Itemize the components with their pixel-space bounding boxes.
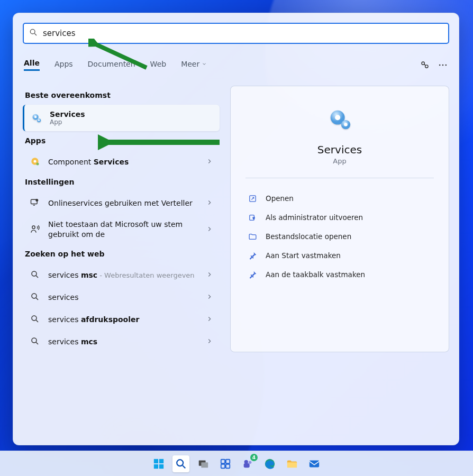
taskbar-search[interactable] [172,455,189,472]
result-web-afdrukspooler[interactable]: services afdrukspooler [23,308,220,330]
svg-rect-40 [201,462,208,468]
svg-line-18 [36,276,38,278]
action-open[interactable]: Openen [245,189,434,208]
svg-point-23 [32,338,37,343]
shield-admin-icon [248,213,257,222]
result-best-services[interactable]: Services App [23,105,220,131]
svg-rect-34 [159,459,163,463]
svg-rect-47 [244,463,250,468]
action-pin-taskbar[interactable]: Aan de taakbalk vastmaken [245,265,434,284]
tab-documents[interactable]: Documenten [88,60,135,70]
result-web-services[interactable]: services [23,286,220,308]
chevron-right-icon [206,225,213,233]
teams-badge: 4 [250,454,258,461]
folder-icon [248,232,257,241]
services-gear-icon [31,112,42,124]
svg-point-3 [425,65,428,67]
search-icon [29,291,41,303]
taskbar-explorer[interactable] [284,455,301,472]
taskbar-edge[interactable] [261,455,278,472]
svg-point-2 [422,62,424,65]
result-narrator-online[interactable]: Onlineservices gebruiken met Verteller [23,191,220,214]
action-location-label: Bestandslocatie openen [266,232,351,241]
detail-panel: Services App Openen Als administrator ui… [230,86,449,352]
svg-line-38 [183,465,185,468]
rewards-icon[interactable] [420,60,430,70]
taskbar-start[interactable] [150,455,167,472]
chevron-down-icon [202,61,207,67]
chevron-right-icon [206,315,213,323]
tab-more[interactable]: Meer [181,60,207,70]
svg-point-6 [445,64,447,66]
svg-rect-33 [154,459,158,463]
taskbar-taskview[interactable] [195,455,212,472]
detail-title: Services [245,143,434,156]
tab-all[interactable]: Alle [24,59,40,71]
search-input[interactable] [43,29,443,38]
search-icon [29,313,41,325]
svg-point-15 [35,199,38,202]
chevron-right-icon [206,199,213,206]
svg-line-24 [36,342,38,344]
taskbar-teams[interactable]: 4 [239,455,256,472]
tab-more-label: Meer [181,60,199,68]
section-settings: Instellingen [25,178,217,186]
svg-rect-35 [154,464,158,468]
svg-point-13 [37,163,39,166]
search-icon [29,269,41,280]
result-microsoft-voice[interactable]: Niet toestaan dat Microsoft uw stem gebr… [23,214,220,244]
svg-point-5 [442,64,444,66]
svg-rect-49 [287,462,297,468]
svg-line-22 [36,320,38,322]
svg-line-1 [34,33,37,35]
best-subtitle: App [50,118,213,126]
taskbar: 4 [0,451,473,476]
search-panel: Alle Apps Documenten Web Meer Beste over… [13,13,459,445]
svg-point-10 [38,120,40,121]
svg-point-4 [439,64,441,66]
pin-icon [248,270,257,279]
chevron-right-icon [206,271,213,278]
result-web-services-msc[interactable]: services msc - Webresultaten weergeven [23,263,220,286]
component-services-icon [29,155,41,167]
taskbar-mail[interactable] [306,455,323,472]
svg-line-20 [36,298,38,300]
results-column: Beste overeenkomst Services App Apps Com… [23,86,220,352]
pin-icon [248,251,257,260]
tab-apps[interactable]: Apps [54,60,73,70]
svg-point-8 [34,116,37,118]
monitor-badge-icon [29,197,41,208]
svg-rect-50 [310,460,319,467]
svg-rect-41 [221,459,225,463]
result-web-mcs[interactable]: services mcs [23,330,220,352]
services-gear-icon [328,107,352,132]
tab-web[interactable]: Web [150,60,167,70]
svg-rect-42 [226,459,230,463]
search-box[interactable] [23,23,449,44]
svg-rect-44 [226,464,230,468]
svg-point-0 [30,29,35,34]
person-voice-icon [29,223,41,235]
result-component-services[interactable]: Component Services [23,150,220,172]
chevron-right-icon [206,337,213,345]
svg-rect-43 [221,464,225,468]
more-options-icon[interactable] [438,60,448,70]
action-pin-start-label: Aan Start vastmaken [266,251,341,260]
svg-point-17 [32,271,37,276]
chevron-right-icon [206,293,213,300]
taskbar-widgets[interactable] [217,455,234,472]
chevron-right-icon [206,158,213,165]
action-pin-start[interactable]: Aan Start vastmaken [245,246,434,265]
action-run-admin[interactable]: Als administrator uitvoeren [245,208,434,227]
svg-rect-36 [159,464,163,468]
section-apps: Apps [25,136,217,145]
svg-point-21 [32,316,37,321]
action-pin-taskbar-label: Aan de taakbalk vastmaken [266,270,365,279]
open-icon [248,194,257,203]
svg-point-28 [344,123,348,126]
action-admin-label: Als administrator uitvoeren [266,213,363,222]
action-open-location[interactable]: Bestandslocatie openen [245,227,434,246]
svg-point-26 [335,115,340,120]
svg-point-12 [34,160,37,163]
search-icon [29,28,43,39]
